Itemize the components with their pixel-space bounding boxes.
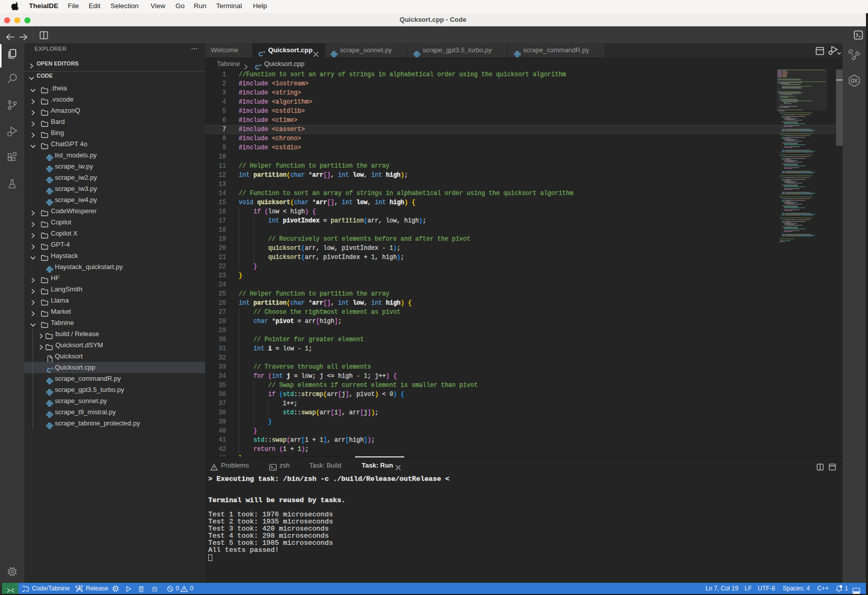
svg-text:C: C: [255, 63, 260, 71]
svg-text:C: C: [259, 50, 263, 57]
svg-text:C: C: [47, 367, 51, 374]
